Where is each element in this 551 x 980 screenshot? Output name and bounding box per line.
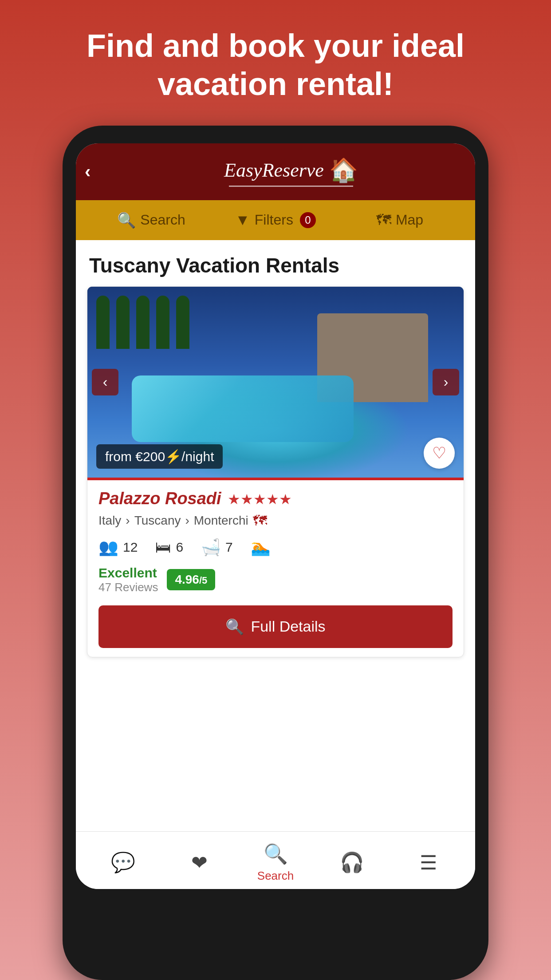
bedrooms-count: 6	[176, 540, 183, 555]
full-details-label: Full Details	[251, 618, 325, 635]
location-monterchi: Monterchi	[194, 514, 248, 528]
wishlist-button[interactable]: ♡	[424, 438, 455, 469]
pool-icon: 🏊	[251, 538, 271, 557]
page-title: Tuscany Vacation Rentals	[76, 240, 475, 286]
main-content: Tuscany Vacation Rentals	[76, 240, 475, 831]
full-details-button[interactable]: 🔍 Full Details	[98, 605, 453, 648]
bathrooms-amenity: 🛁 7	[201, 538, 233, 557]
pool-amenity: 🏊	[251, 538, 271, 557]
filters-toolbar-item[interactable]: ▼ Filters 0	[213, 211, 338, 229]
price-badge: from €200⚡/night	[96, 444, 223, 469]
messages-icon: 💬	[111, 851, 135, 874]
guests-amenity: 👥 12	[98, 538, 138, 557]
score-suffix: /5	[199, 575, 207, 586]
nav-item-menu[interactable]: ☰	[390, 851, 466, 874]
excellent-label: Excellent	[98, 565, 158, 581]
property-card: ‹ › from €200⚡/night ♡ Palazzo Rosadi ★★…	[87, 286, 464, 657]
app-header: ‹ EasyReserve 🏠	[76, 143, 475, 200]
tree-5	[176, 296, 189, 349]
location-map-icon[interactable]: 🗺	[253, 513, 267, 529]
phone-screen: ‹ EasyReserve 🏠 🔍 Search ▼ Filters 0 �	[76, 143, 475, 889]
map-label: Map	[396, 212, 423, 228]
price-prefix: from €	[105, 449, 143, 464]
bathrooms-count: 7	[225, 540, 233, 555]
guests-count: 12	[123, 540, 138, 555]
search-nav-label: Search	[257, 869, 294, 883]
amenities-row: 👥 12 🛏 6 🛁 7 🏊	[98, 538, 453, 557]
menu-icon: ☰	[420, 851, 437, 874]
property-stars: ★★★★★	[228, 491, 292, 507]
nav-item-search[interactable]: 🔍 Search	[237, 842, 314, 883]
location-italy: Italy	[98, 514, 121, 528]
nav-item-support[interactable]: 🎧	[314, 851, 390, 874]
review-row: Excellent 47 Reviews 4.96/5	[98, 565, 453, 594]
search-nav-icon: 🔍	[264, 842, 288, 865]
map-toolbar-item[interactable]: 🗺 Map	[338, 211, 462, 229]
price-suffix: /night	[181, 449, 214, 464]
logo-area: EasyReserve 🏠	[116, 157, 466, 187]
tree-2	[116, 296, 130, 349]
location-row: Italy › Tuscany › Monterchi 🗺	[98, 513, 453, 529]
pool-water	[132, 375, 354, 442]
filters-label: Filters	[255, 212, 293, 228]
nav-item-wishlist[interactable]: ❤	[161, 851, 237, 874]
lightning-icon: ⚡	[165, 449, 181, 464]
bathrooms-icon: 🛁	[201, 538, 221, 557]
tree-4	[156, 296, 169, 349]
property-name-row: Palazzo Rosadi ★★★★★	[98, 489, 453, 508]
nav-item-messages[interactable]: 💬	[85, 851, 161, 874]
logo-underline	[229, 186, 353, 187]
price-value: 200	[143, 449, 165, 464]
guests-icon: 👥	[98, 538, 118, 557]
review-count: 47 Reviews	[98, 581, 158, 594]
property-name: Palazzo Rosadi	[98, 489, 221, 508]
location-tuscany: Tuscany	[134, 514, 181, 528]
review-text-group: Excellent 47 Reviews	[98, 565, 158, 594]
location-sep1: ›	[126, 514, 130, 528]
phone-device: ‹ EasyReserve 🏠 🔍 Search ▼ Filters 0 �	[63, 126, 488, 980]
wishlist-nav-icon: ❤	[191, 851, 208, 874]
image-next-button[interactable]: ›	[433, 369, 459, 395]
image-prev-button[interactable]: ‹	[92, 369, 118, 395]
search-icon: 🔍	[117, 211, 136, 229]
app-logo-text: EasyReserve	[224, 159, 324, 182]
property-image: ‹ › from €200⚡/night ♡	[87, 287, 464, 478]
bedrooms-icon: 🛏	[155, 538, 171, 557]
search-toolbar-label: Search	[140, 212, 185, 228]
filter-count-badge: 0	[300, 212, 316, 228]
score-value: 4.96	[175, 573, 199, 586]
filter-icon: ▼	[235, 211, 250, 229]
map-icon: 🗺	[376, 211, 391, 229]
bottom-nav: 💬 ❤ 🔍 Search 🎧 ☰	[76, 831, 475, 889]
support-icon: 🎧	[340, 851, 364, 874]
tree-3	[136, 296, 150, 349]
toolbar: 🔍 Search ▼ Filters 0 🗺 Map	[76, 200, 475, 240]
location-sep2: ›	[185, 514, 189, 528]
property-info: Palazzo Rosadi ★★★★★ Italy › Tuscany › M…	[87, 480, 464, 657]
score-badge: 4.96/5	[167, 569, 215, 590]
trees-decoration	[96, 296, 189, 349]
logo-house-icon: 🏠	[329, 157, 358, 184]
tree-1	[96, 296, 110, 349]
full-details-icon: 🔍	[225, 618, 244, 636]
bedrooms-amenity: 🛏 6	[155, 538, 183, 557]
hero-title: Find and book your ideal vacation rental…	[0, 0, 551, 126]
search-toolbar-item[interactable]: 🔍 Search	[89, 211, 213, 229]
back-button[interactable]: ‹	[85, 162, 116, 182]
